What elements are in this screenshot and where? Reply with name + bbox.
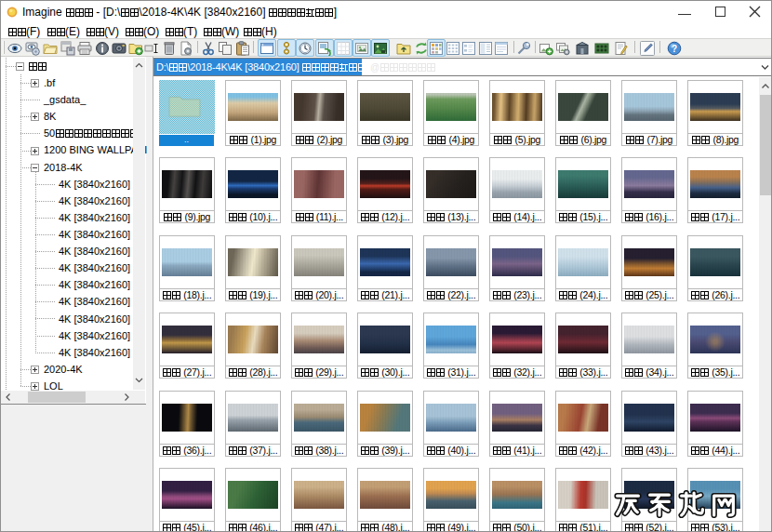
svg-text:?: ?	[672, 43, 677, 53]
